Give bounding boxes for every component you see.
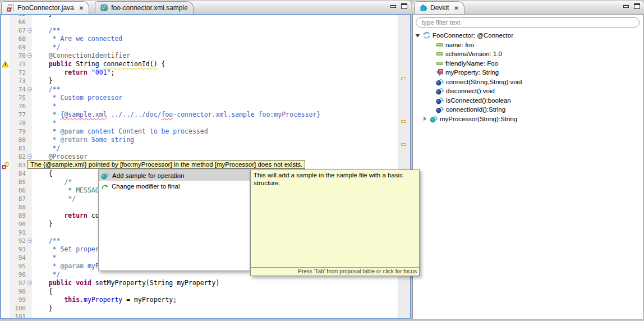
devkit-tab-label: Devkit <box>430 4 449 12</box>
quickfix-info-footer: Press 'Tab' from proposal table or click… <box>251 267 419 276</box>
code-text[interactable] <box>33 313 398 319</box>
annotation-cell <box>1 279 10 287</box>
fold-cell <box>26 144 33 153</box>
tree-item-name[interactable]: name: foo <box>413 40 643 50</box>
code-text[interactable]: */ <box>33 43 398 52</box>
fold-cell[interactable] <box>26 26 33 35</box>
close-icon[interactable]: ✕ <box>454 5 458 11</box>
fold-cell <box>26 77 33 85</box>
tree-item-friendlyname[interactable]: friendlyName: Foo <box>413 59 643 68</box>
code-text[interactable]: public String connectionId() { <box>33 60 398 68</box>
code-text[interactable]: * <box>33 102 398 111</box>
devkit-tab[interactable]: Devkit ✕ <box>414 1 464 14</box>
chevron-right-icon[interactable] <box>422 116 428 121</box>
code-line-73[interactable]: 73 } <box>1 77 398 85</box>
change-final-icon <box>101 182 109 190</box>
line-number: 93 <box>10 245 26 254</box>
fold-cell[interactable] <box>26 85 33 94</box>
code-text[interactable]: @ConnectionIdentifier <box>33 52 398 60</box>
fold-cell <box>26 136 33 144</box>
tree-item-myproperty[interactable]: myProperty: String <box>413 68 643 77</box>
annotation-cell <box>1 254 10 262</box>
annotation-cell <box>1 296 10 304</box>
code-line-67[interactable]: 67 /** <box>1 26 398 35</box>
code-line-81[interactable]: 81 */ <box>1 144 398 153</box>
property-icon <box>436 68 444 76</box>
code-text[interactable]: } <box>33 304 398 313</box>
code-line-79[interactable]: 79 * @param content Content to be proces… <box>1 127 398 136</box>
line-number: 101 <box>10 313 26 319</box>
code-line-99[interactable]: 99 this.myProperty = myProperty; <box>1 296 398 304</box>
code-text[interactable]: * @param content Content to be processed <box>33 127 398 136</box>
code-line-76[interactable]: 76 * <box>1 102 398 111</box>
code-text[interactable]: /** <box>33 26 398 35</box>
code-text[interactable]: public void setMyProperty(String myPrope… <box>33 279 398 287</box>
code-text[interactable]: * @return Some string <box>33 136 398 144</box>
tree-item-myprocessor[interactable]: myProcessor(String):String <box>413 114 643 124</box>
overview-warning-mark[interactable] <box>401 120 406 123</box>
code-text[interactable]: */ <box>33 144 398 153</box>
code-text[interactable]: * <box>33 119 398 127</box>
filter-input[interactable] <box>416 17 640 27</box>
code-text[interactable]: * Are we connected <box>33 35 398 43</box>
annotation-cell <box>1 111 10 119</box>
fold-cell <box>26 220 33 228</box>
fold-cell <box>26 43 33 52</box>
editor-tab-foo-connector-sample[interactable]: foo-connector.xml.sample <box>95 1 194 14</box>
close-icon[interactable]: ✕ <box>79 5 84 11</box>
minimize-icon[interactable] <box>623 5 629 8</box>
line-number: 76 <box>10 102 26 111</box>
code-text[interactable]: * {@sample.xml ../../../doc/foo-connecto… <box>33 111 398 119</box>
code-line-98[interactable]: 98 { <box>1 287 398 296</box>
quickfix-proposal-popup: Add sample for operationChange modifier … <box>98 169 250 271</box>
tree-item-disconnect[interactable]: disconnect():void <box>413 86 643 96</box>
annotation-cell <box>1 94 10 102</box>
maximize-icon[interactable] <box>634 3 640 9</box>
quickfix-item-add-sample-for-operation[interactable]: Add sample for operation <box>99 170 250 181</box>
code-line-66[interactable]: 66 <box>1 18 398 26</box>
line-number: 68 <box>10 35 26 43</box>
tree-item-schemaversion[interactable]: schemaVersion: 1.0 <box>413 49 643 59</box>
code-line-77[interactable]: 77 * {@sample.xml ../../../doc/foo-conne… <box>1 111 398 119</box>
attr-icon <box>436 50 444 58</box>
code-line-97[interactable]: 97 public void setMyProperty(String myPr… <box>1 279 398 287</box>
code-line-78[interactable]: 78 * <box>1 119 398 127</box>
code-line-71[interactable]: 71 public String connectionId() { <box>1 60 398 68</box>
code-line-65[interactable]: 65 } <box>1 14 398 18</box>
code-text[interactable]: this.myProperty = myProperty; <box>33 296 398 304</box>
tree-item-isconnected[interactable]: isConnected():boolean <box>413 96 643 106</box>
fold-cell[interactable] <box>26 279 33 287</box>
devkit-content: FooConnector: @Connectorname: fooschemaV… <box>412 14 644 319</box>
code-text[interactable] <box>33 18 398 26</box>
code-line-101[interactable]: 101 <box>1 313 398 319</box>
line-number: 65 <box>10 14 26 18</box>
tree-item-connectionid[interactable]: connectionId():String <box>413 105 643 114</box>
code-line-72[interactable]: 72 return "001"; <box>1 68 398 77</box>
code-line-69[interactable]: 69 */ <box>1 43 398 52</box>
editor-tab-fooconnector-java[interactable]: J FooConnector.java ✕ <box>1 1 89 14</box>
code-text[interactable]: } <box>33 14 398 18</box>
code-line-75[interactable]: 75 * Custom processor <box>1 94 398 102</box>
maximize-icon[interactable] <box>401 3 407 9</box>
code-text[interactable]: { <box>33 287 398 296</box>
quickfix-item-change-modifier-to-final[interactable]: Change modifier to final <box>99 181 250 191</box>
code-text[interactable]: /** <box>33 85 398 94</box>
code-line-80[interactable]: 80 * @return Some string <box>1 136 398 144</box>
fold-cell[interactable] <box>26 52 33 60</box>
code-line-100[interactable]: 100 } <box>1 304 398 313</box>
code-text[interactable]: return "001"; <box>33 68 398 77</box>
code-line-74[interactable]: 74 /** <box>1 85 398 94</box>
code-text[interactable]: * Custom processor <box>33 94 398 102</box>
code-line-70[interactable]: 70 @ConnectionIdentifier <box>1 52 398 60</box>
minimize-icon[interactable] <box>390 5 396 8</box>
overview-warning-mark[interactable] <box>401 143 406 146</box>
tree-item-fooconnector[interactable]: FooConnector: @Connector <box>413 31 643 40</box>
code-text[interactable]: } <box>33 77 398 85</box>
java-file-error-icon: J <box>7 4 15 12</box>
tree-item-connect[interactable]: connect(String,String):void <box>413 77 643 87</box>
fold-cell[interactable] <box>26 237 33 245</box>
chevron-down-icon[interactable] <box>415 33 421 38</box>
overview-warning-mark[interactable] <box>401 77 406 80</box>
line-number: 97 <box>10 279 26 287</box>
code-line-68[interactable]: 68 * Are we connected <box>1 35 398 43</box>
